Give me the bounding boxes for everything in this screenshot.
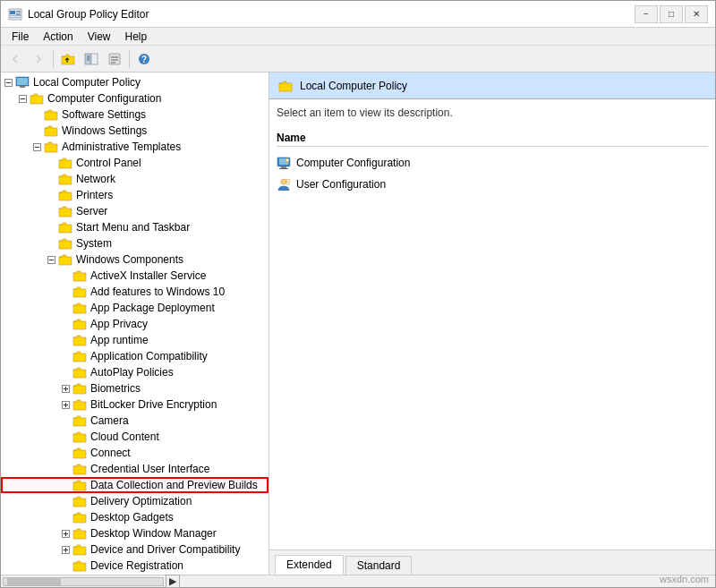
- svg-point-80: [286, 179, 290, 183]
- computer-config-icon: [277, 156, 291, 170]
- svg-rect-41: [73, 289, 86, 297]
- svg-rect-21: [17, 78, 28, 85]
- folder-icon-start_menu: [58, 220, 72, 234]
- folder-up-button[interactable]: [57, 48, 79, 70]
- help-button[interactable]: ?: [133, 48, 155, 70]
- tree-label-add_features: Add features to Windows 10: [89, 285, 225, 298]
- properties-button[interactable]: [104, 48, 125, 70]
- tree-node-system[interactable]: System: [1, 235, 268, 251]
- tree-label-computer_config: Computer Configuration: [46, 92, 161, 105]
- tree-node-admin_templates[interactable]: Administrative Templates: [1, 139, 268, 155]
- forward-button[interactable]: [28, 48, 49, 70]
- minimize-button[interactable]: −: [635, 5, 658, 23]
- tree-label-autoplay: AutoPlay Policies: [89, 366, 174, 379]
- svg-rect-58: [73, 466, 86, 474]
- tree-node-digital_locker[interactable]: Digital Locker: [1, 574, 268, 575]
- svg-rect-1: [10, 11, 15, 14]
- tab-extended[interactable]: Extended: [275, 555, 344, 575]
- app-icon: [8, 7, 22, 21]
- tree-node-credential_ui[interactable]: Credential User Interface: [1, 461, 268, 477]
- right-pane-title: Local Computer Policy: [300, 80, 407, 92]
- svg-rect-26: [45, 112, 57, 120]
- column-header-name: Name: [277, 130, 708, 147]
- menu-view[interactable]: View: [81, 29, 118, 45]
- tree-node-control_panel[interactable]: Control Panel: [1, 155, 268, 171]
- user-config-icon: [277, 177, 291, 192]
- folder-icon-device_reg: [72, 558, 87, 573]
- tree-node-server[interactable]: Server: [1, 203, 268, 219]
- tree-node-start_menu[interactable]: Start Menu and Taskbar: [1, 219, 268, 235]
- tree-node-delivery_opt[interactable]: Delivery Optimization: [1, 493, 268, 509]
- svg-rect-60: [73, 499, 86, 507]
- menu-help[interactable]: Help: [118, 29, 155, 45]
- svg-rect-34: [59, 209, 72, 217]
- tree-node-cloud_content[interactable]: Cloud Content: [1, 429, 268, 445]
- folder-icon-software_settings: [44, 107, 58, 122]
- horizontal-scrollbar[interactable]: [3, 577, 164, 586]
- tree-node-network[interactable]: Network: [1, 171, 268, 187]
- tree-node-windows_components[interactable]: Windows Components: [1, 251, 268, 268]
- toolbar-separator-1: [53, 50, 54, 68]
- tree-node-desktop_gadgets[interactable]: Desktop Gadgets: [1, 509, 268, 525]
- menu-file[interactable]: File: [4, 29, 36, 45]
- tree-node-camera[interactable]: Camera: [1, 413, 268, 429]
- tree-container: Local Computer PolicyComputer Configurat…: [1, 72, 268, 575]
- tree-node-app_compat[interactable]: Application Compatibility: [1, 348, 268, 364]
- show-hide-console-tree-button[interactable]: [81, 48, 102, 70]
- tree-label-device_driver: Device and Driver Compatibility: [89, 543, 240, 556]
- tree-node-biometrics[interactable]: Biometrics: [1, 380, 268, 396]
- tree-node-connect[interactable]: Connect: [1, 445, 268, 461]
- scroll-right-button[interactable]: ▶: [166, 575, 180, 588]
- tab-standard[interactable]: Standard: [345, 556, 413, 575]
- tree-node-bitlocker[interactable]: BitLocker Drive Encryption: [1, 396, 268, 413]
- tree-label-start_menu: Start Menu and Taskbar: [74, 221, 190, 234]
- policy-item-computer-config[interactable]: Computer Configuration: [277, 154, 708, 172]
- folder-icon-biometrics: [72, 381, 87, 396]
- svg-rect-69: [73, 547, 86, 555]
- right-pane: Local Computer Policy Select an item to …: [269, 72, 715, 575]
- svg-rect-7: [85, 54, 90, 64]
- back-button[interactable]: [4, 48, 26, 70]
- folder-icon-delivery_opt: [72, 494, 87, 508]
- tree-node-device_driver[interactable]: Device and Driver Compatibility: [1, 541, 268, 558]
- tree-node-desktop_wm[interactable]: Desktop Window Manager: [1, 525, 268, 541]
- svg-rect-27: [45, 128, 57, 136]
- watermark: wsxdn.com: [660, 574, 709, 584]
- window-controls: − □ ✕: [635, 5, 708, 23]
- svg-rect-56: [73, 434, 86, 442]
- tree-node-software_settings[interactable]: Software Settings: [1, 107, 268, 123]
- tree-node-device_reg[interactable]: Device Registration: [1, 558, 268, 574]
- close-button[interactable]: ✕: [685, 5, 708, 23]
- left-pane[interactable]: Local Computer PolicyComputer Configurat…: [1, 72, 269, 575]
- tree-node-data_collection[interactable]: Data Collection and Preview Builds: [1, 477, 268, 493]
- maximize-button[interactable]: □: [660, 5, 683, 23]
- right-pane-header-icon: [278, 79, 293, 93]
- tree-label-printers: Printers: [74, 189, 113, 201]
- menu-action[interactable]: Action: [36, 29, 80, 45]
- tree-label-app_compat: Application Compatibility: [89, 350, 208, 362]
- tree-node-local_computer_policy[interactable]: Local Computer Policy: [1, 74, 268, 90]
- folder-icon-app_privacy: [72, 317, 87, 331]
- tree-label-server: Server: [74, 205, 107, 217]
- tree-label-activex: ActiveX Installer Service: [89, 269, 206, 282]
- tree-node-activex[interactable]: ActiveX Installer Service: [1, 268, 268, 284]
- tree-node-printers[interactable]: Printers: [1, 187, 268, 203]
- tree-node-computer_config[interactable]: Computer Configuration: [1, 90, 268, 107]
- tree-label-software_settings: Software Settings: [60, 108, 146, 121]
- tree-node-app_package[interactable]: App Package Deployment: [1, 300, 268, 316]
- tree-node-windows_settings[interactable]: Windows Settings: [1, 123, 268, 139]
- tree-node-app_runtime[interactable]: App runtime: [1, 332, 268, 348]
- svg-rect-76: [281, 166, 286, 168]
- tree-node-autoplay[interactable]: AutoPlay Policies: [1, 364, 268, 380]
- computer-config-label: Computer Configuration: [296, 157, 410, 169]
- tree-label-system: System: [74, 237, 112, 250]
- policy-item-user-config[interactable]: User Configuration: [277, 175, 708, 193]
- svg-rect-40: [73, 273, 86, 281]
- tree-node-add_features[interactable]: Add features to Windows 10: [1, 284, 268, 300]
- svg-point-78: [286, 158, 289, 162]
- tree-label-windows_settings: Windows Settings: [60, 124, 147, 137]
- tree-node-app_privacy[interactable]: App Privacy: [1, 316, 268, 332]
- folder-icon-server: [58, 204, 72, 218]
- svg-rect-2: [16, 11, 21, 13]
- tree-label-connect: Connect: [89, 447, 131, 459]
